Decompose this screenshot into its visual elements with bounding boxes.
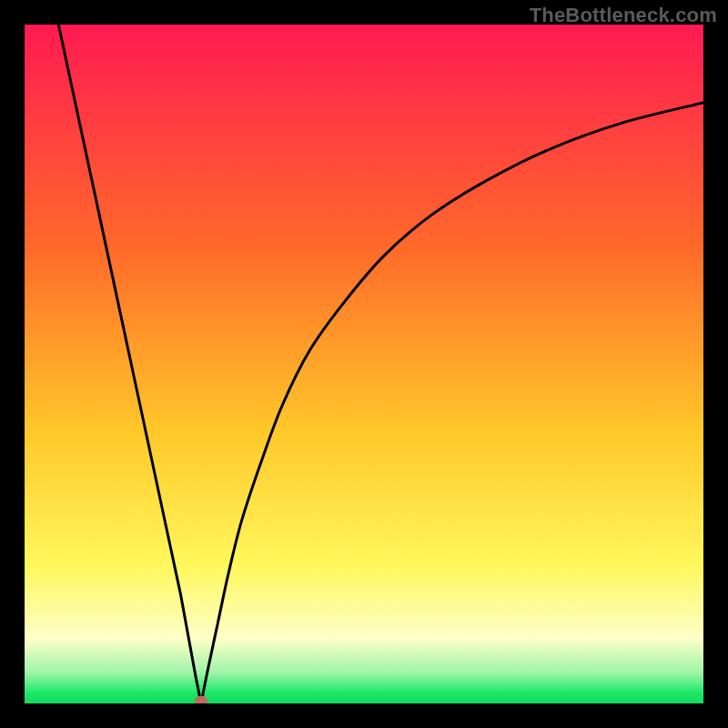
gradient-background xyxy=(25,25,703,703)
watermark-text: TheBottleneck.com xyxy=(530,4,717,27)
plot-frame xyxy=(25,25,703,703)
bottleneck-chart xyxy=(25,25,703,703)
